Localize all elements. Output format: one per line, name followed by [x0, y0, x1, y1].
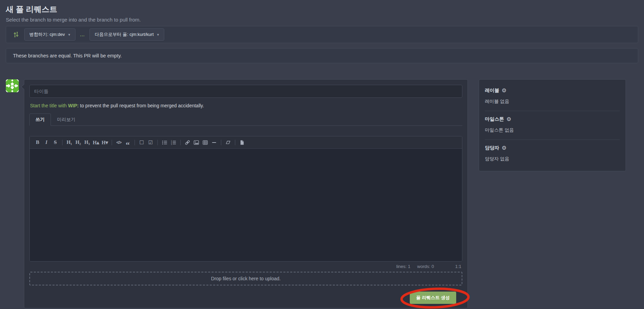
milestone-title-row: 마일스톤 ⚙ [485, 116, 620, 122]
md-strikethrough-button[interactable]: S [51, 139, 60, 146]
md-heading-up-button[interactable]: H▴ [92, 139, 100, 146]
pull-from-branch-label: 다음으로부터 풀: cjm:kurt/kurt [95, 31, 154, 38]
toolbar-divider [235, 140, 235, 145]
tab-preview[interactable]: 미리보기 [51, 113, 82, 126]
toolbar-divider [221, 140, 221, 145]
gear-icon[interactable]: ⚙ [502, 145, 506, 151]
md-italic-button[interactable]: I [42, 139, 51, 146]
md-ordered-list-icon-button[interactable]: 123 [169, 139, 178, 146]
sidebar-section-labels: 레이블 ⚙ 레이블 없음 [485, 82, 620, 111]
editor-stats: lines: 1 words: 0 1:1 [29, 264, 462, 269]
editor-tabs: 쓰기 미리보기 [29, 113, 462, 126]
branch-select-bar: 병합하기: cjm:dev ▾ ... 다음으로부터 풀: cjm:kurt/k… [6, 26, 638, 43]
md-unordered-list-icon-button[interactable] [160, 139, 169, 146]
file-dropzone[interactable]: Drop files or click here to upload. [29, 272, 462, 285]
stat-cursor: 1:1 [455, 264, 461, 269]
labels-title-row: 레이블 ⚙ [485, 88, 620, 94]
gear-icon[interactable]: ⚙ [502, 88, 506, 93]
md-heading-down-button[interactable]: H▾ [100, 139, 109, 146]
sidebar-section-assignees: 담당자 ⚙ 담당자 없음 [485, 140, 620, 168]
page-title: 새 풀 리퀘스트 [6, 4, 638, 15]
toolbar-divider [180, 140, 181, 145]
md-heading-2-button[interactable]: H₂ [74, 139, 83, 146]
wip-keyword: WIP: [68, 103, 79, 108]
labels-empty: 레이블 없음 [485, 98, 620, 105]
sidebar-section-milestone: 마일스톤 ⚙ 마일스톤 없음 [485, 111, 620, 140]
md-bold-button[interactable]: B [33, 139, 42, 146]
md-link-icon-button[interactable] [183, 139, 192, 146]
chevron-down-icon: ▾ [157, 33, 159, 37]
page-subtitle: Select the branch to merge into and the … [6, 17, 638, 23]
md-code-button[interactable]: </> [114, 139, 123, 146]
wip-hint-prefix: Start the title with [30, 103, 68, 108]
git-compare-icon [13, 31, 19, 38]
wip-hint-rest: to prevent the pull request from being m… [79, 103, 204, 108]
assignees-title: 담당자 [485, 145, 499, 151]
milestone-empty: 마일스톤 없음 [485, 127, 620, 133]
md-heading-1-button[interactable]: H₁ [65, 139, 74, 146]
chevron-down-icon: ▾ [68, 33, 70, 37]
toolbar-divider [135, 140, 135, 145]
editor-textarea[interactable] [30, 149, 462, 261]
pr-title-input[interactable] [29, 85, 462, 98]
assignees-empty: 담당자 없음 [485, 156, 620, 162]
md-image-icon-button[interactable] [192, 139, 201, 146]
svg-text:3: 3 [171, 143, 172, 145]
toolbar-divider [62, 140, 62, 145]
labels-title: 레이블 [485, 88, 499, 94]
milestone-title: 마일스톤 [485, 116, 504, 122]
stat-lines: lines: 1 [396, 264, 410, 269]
markdown-editor: BISH₁H₂H₃H▴H▾</>“☐☑123 [29, 136, 462, 261]
pull-request-form: Start the title with WIP: to prevent the… [24, 79, 468, 308]
md-eraser-icon-button[interactable] [224, 139, 233, 146]
markdown-toolbar: BISH₁H₂H₃H▴H▾</>“☐☑123 [30, 136, 462, 149]
pr-meta-sidebar: 레이블 ⚙ 레이블 없음 마일스톤 ⚙ 마일스톤 없음 담당자 ⚙ 담당자 없음 [479, 79, 626, 171]
branches-equal-notice: These branches are equal. This PR will b… [6, 48, 638, 63]
pull-from-branch-button[interactable]: 다음으로부터 풀: cjm:kurt/kurt ▾ [89, 28, 164, 41]
toolbar-divider [157, 140, 158, 145]
md-heading-3-button[interactable]: H₃ [83, 139, 92, 146]
md-checkbox-empty-button[interactable]: ☐ [137, 139, 146, 146]
gear-icon[interactable]: ⚙ [506, 117, 511, 122]
merge-into-branch-label: 병합하기: cjm:dev [29, 31, 65, 38]
merge-into-branch-button[interactable]: 병합하기: cjm:dev ▾ [24, 28, 75, 41]
create-pull-request-button[interactable]: 풀 리퀘스트 생성 [410, 292, 456, 304]
branch-separator: ... [80, 32, 85, 37]
dropzone-text: Drop files or click here to upload. [211, 276, 281, 281]
content-row: Start the title with WIP: to prevent the… [6, 79, 638, 308]
md-new-file-icon-button[interactable] [238, 139, 247, 146]
toolbar-divider [112, 140, 112, 145]
wip-hint: Start the title with WIP: to prevent the… [30, 103, 462, 108]
md-quote-button[interactable]: “ [123, 139, 132, 146]
notice-text: These branches are equal. This PR will b… [13, 53, 122, 58]
assignees-title-row: 담당자 ⚙ [485, 145, 620, 151]
avatar [6, 79, 19, 92]
stat-words: words: 0 [417, 264, 434, 269]
page-header: 새 풀 리퀘스트 Select the branch to merge into… [6, 4, 638, 23]
tab-write[interactable]: 쓰기 [29, 113, 51, 126]
md-horizontal-rule-icon-button[interactable] [210, 139, 219, 146]
md-checkbox-checked-button[interactable]: ☑ [146, 139, 155, 146]
form-actions: 풀 리퀘스트 생성 [29, 292, 462, 303]
md-table-icon-button[interactable] [201, 139, 210, 146]
